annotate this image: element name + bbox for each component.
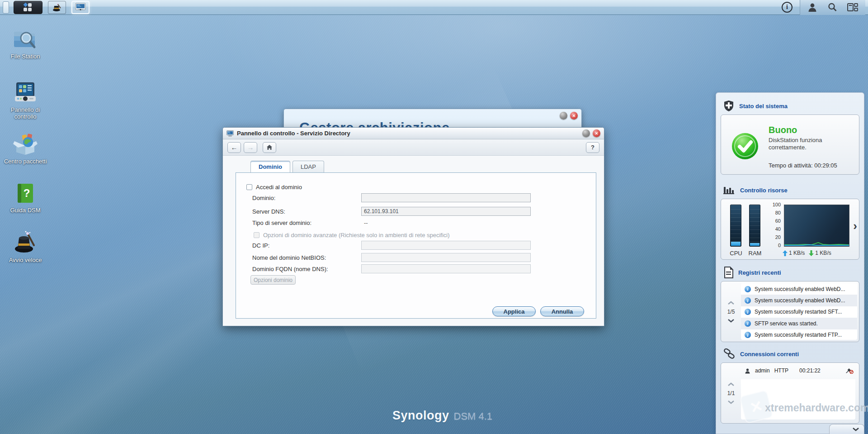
tab-dominio[interactable]: Dominio [250,161,290,172]
download-speed: 1 KB/s [815,250,831,256]
ram-bar-fill [750,243,760,246]
dialog-title: Pannello di controllo - Servizio Directo… [237,130,350,137]
cancel-button[interactable]: Annulla [540,306,584,316]
desktop-icon-package-center[interactable]: Centro pacchetti [0,132,51,165]
show-desktop-button[interactable] [3,1,9,14]
apply-button[interactable]: Applica [492,306,536,316]
taskbar-quick-start-button[interactable] [48,1,66,14]
system-status-widget: Stato del sistema Buono DiskStation funz… [716,99,864,175]
tab-ldap[interactable]: LDAP [292,161,324,172]
widget-panel-collapse-tab[interactable] [829,424,864,434]
home-button[interactable] [263,142,276,153]
control-panel-icon [0,81,51,104]
domain-input[interactable] [361,193,531,202]
desktop-icon-dsm-help[interactable]: ? Guida DSM [0,182,51,214]
domain-label: Dominio: [252,195,275,201]
minimize-button[interactable] [582,129,590,137]
download-arrow-icon [809,250,814,256]
cpu-label: CPU [727,250,745,257]
user-icon[interactable] [807,2,817,12]
disconnect-icon[interactable] [845,367,854,374]
dns-label: Server DNS: [252,208,285,215]
cpu-bar-fill [731,242,741,246]
info-button[interactable]: i [782,2,793,13]
page-up-icon[interactable] [727,382,735,386]
log-row: iSystem successfully enabled WebD... [741,283,857,295]
dialog-toolbar: ← → ? [223,139,604,156]
resource-monitor-expand-chevron[interactable]: › [853,220,857,232]
desktop-icon-file-station[interactable]: File Station [0,27,51,60]
desktop-icon-label: Pannello di controllo [0,106,51,120]
widget-title: Stato del sistema [739,103,788,110]
close-icon[interactable]: ✕ [570,112,578,119]
logs-page-indicator: 1/5 [727,309,735,315]
dc-ip-input [361,241,531,250]
main-menu-button[interactable] [14,1,42,14]
connection-time: 00:21:22 [799,367,821,374]
back-button[interactable]: ← [227,142,241,153]
log-row: iSystem successfully enabled WebD... [741,295,857,306]
magic-hat-icon [0,230,51,254]
package-center-icon [0,132,51,156]
close-icon[interactable]: ✕ [593,129,600,137]
netbios-input [361,253,531,262]
version-text: DSM 4.1 [454,410,493,422]
desktop-icon-quick-start[interactable]: Avvio veloce [0,230,51,263]
info-icon: i [745,332,751,338]
taskbar-tray [800,0,865,15]
taskbar: i [0,0,868,15]
status-value: Buono [769,125,797,135]
page-up-icon[interactable] [727,301,735,305]
widget-title: Registri recenti [738,269,781,276]
help-book-icon: ? [0,182,51,205]
domain-options-button: Opzioni dominio [250,275,296,285]
search-icon[interactable] [827,2,837,12]
widget-panel: Stato del sistema Buono DiskStation funz… [716,92,864,434]
log-row: iSFTP service was started. [741,318,857,329]
upload-speed: 1 KB/s [789,250,805,256]
pilot-view-icon[interactable] [847,3,858,12]
dns-input[interactable] [361,207,531,216]
join-domain-label: Accedi al dominio [256,184,302,191]
join-domain-checkbox[interactable] [246,184,252,190]
connections-page-indicator: 1/1 [727,390,735,396]
bar-chart-icon [723,185,735,195]
dialog-titlebar[interactable]: Pannello di controllo - Servizio Directo… [223,128,604,139]
info-icon: i [786,4,788,11]
chevron-down-icon [852,427,859,431]
uptime-text: Tempo di attività: 00:29:05 [769,162,837,169]
graph-axis-ticks: 100 80 60 40 20 0 [766,202,781,248]
widget-title: Controllo risorse [740,187,788,194]
page-down-icon[interactable] [727,400,735,404]
server-type-value: -- [364,219,368,226]
logs-pager: 1/5 [721,281,741,342]
network-graph [784,205,849,247]
taskbar-storage-manager-button[interactable] [71,1,90,14]
tab-bar: Dominio LDAP [250,160,326,172]
page-down-icon[interactable] [727,319,735,323]
fqdn-input [361,264,531,273]
app-window-icon [75,3,86,12]
connection-user: admin [755,367,770,374]
network-speeds: 1 KB/s 1 KB/s [783,250,831,256]
shield-icon [723,100,734,112]
log-document-icon [723,267,733,278]
current-connections-widget: Connessioni correnti 1/1 admin [716,347,864,424]
resource-monitor-widget: Controllo risorse CPU RAM 100 80 60 40 2… [716,183,864,260]
minimize-button[interactable] [560,112,567,119]
connection-row: admin HTTP 00:21:22 [741,365,857,377]
desktop-icon-control-panel[interactable]: Pannello di controllo [0,81,51,120]
desktop-icon-label: File Station [0,53,51,60]
widget-title: Connessioni correnti [740,351,799,358]
user-icon [745,368,750,374]
fqdn-label: Dominio FQDN (nome DNS): [252,266,328,272]
info-icon: i [745,286,751,292]
svg-text:?: ? [24,187,30,199]
log-list: iSystem successfully enabled WebD... iSy… [741,283,857,340]
status-description: DiskStation funziona correttamente. [769,137,850,151]
home-icon [266,144,273,150]
directory-service-dialog: Pannello di controllo - Servizio Directo… [222,127,604,326]
control-panel-mini-icon [226,130,234,137]
help-button[interactable]: ? [586,142,599,153]
desktop-icon-label: Avvio veloce [0,257,51,263]
